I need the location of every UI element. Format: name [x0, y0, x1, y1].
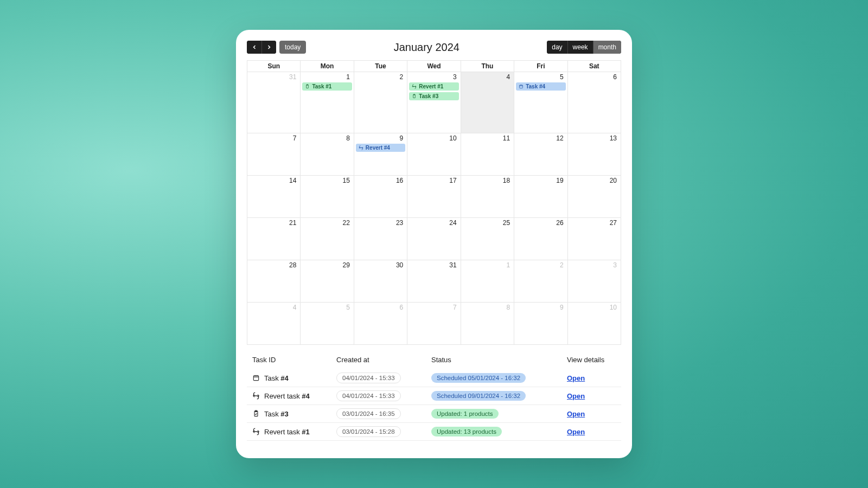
- calendar-day[interactable]: 20: [567, 176, 621, 218]
- day-number: 6: [356, 304, 405, 311]
- calendar-day[interactable]: 13: [567, 133, 621, 176]
- created-pill: 04/01/2024 - 15:33: [336, 390, 401, 401]
- clipboard-check-icon: [252, 410, 260, 418]
- prev-button[interactable]: [247, 41, 261, 54]
- calendar-day[interactable]: 5Task #4: [514, 72, 567, 133]
- revert-icon: [252, 392, 260, 400]
- dow-header-row: SunMonTueWedThuFriSat: [247, 61, 621, 72]
- calendar-day[interactable]: 10: [407, 133, 460, 176]
- calendar-weeks: 311Task #123Revert #1Task #345Task #4678…: [247, 72, 621, 345]
- day-number: 5: [516, 73, 565, 81]
- calendar-day[interactable]: 2: [514, 260, 567, 303]
- calendar-day[interactable]: 15: [300, 176, 353, 218]
- calendar-day[interactable]: 27: [567, 218, 621, 260]
- calendar-event[interactable]: Task #4: [516, 82, 565, 91]
- calendar-day[interactable]: 11: [461, 133, 514, 176]
- calendar-day[interactable]: 26: [514, 218, 567, 260]
- dow-cell: Mon: [300, 61, 353, 72]
- day-number: 16: [356, 177, 405, 184]
- status-pill: Updated: 1 products: [431, 409, 499, 419]
- calendar-event[interactable]: Revert #1: [409, 82, 458, 91]
- calendar-day[interactable]: 22: [300, 218, 353, 260]
- next-button[interactable]: [261, 41, 276, 54]
- chevron-left-icon: [251, 44, 258, 50]
- calendar-day[interactable]: 8: [300, 133, 353, 176]
- open-link[interactable]: Open: [567, 410, 585, 418]
- calendar-day[interactable]: 19: [514, 176, 567, 218]
- calendar-day[interactable]: 6: [354, 303, 407, 345]
- open-link[interactable]: Open: [567, 428, 585, 436]
- dow-cell: Sat: [567, 61, 621, 72]
- status-pill: Scheduled 05/01/2024 - 16:32: [431, 373, 526, 383]
- calendar-day[interactable]: 18: [461, 176, 514, 218]
- calendar-day[interactable]: 28: [247, 260, 300, 303]
- calendar-day[interactable]: 31: [407, 260, 460, 303]
- calendar-day[interactable]: 7: [247, 133, 300, 176]
- event-label: Revert #4: [366, 145, 390, 151]
- calendar-day[interactable]: 23: [354, 218, 407, 260]
- view-month-button[interactable]: month: [593, 41, 621, 54]
- calendar-event[interactable]: Task #1: [302, 82, 352, 91]
- day-number: 2: [516, 261, 565, 269]
- task-id-text: Task #4: [264, 374, 289, 382]
- calendar-day[interactable]: 6: [567, 72, 621, 133]
- calendar-day[interactable]: 29: [300, 260, 353, 303]
- calendar-day[interactable]: 17: [407, 176, 460, 218]
- calendar-week: 21222324252627: [247, 218, 621, 260]
- day-number: 15: [302, 177, 352, 184]
- day-number: 27: [570, 219, 619, 227]
- table-row: Revert task #103/01/2024 - 15:28Updated:…: [247, 423, 621, 441]
- revert-icon: [359, 145, 363, 150]
- view-week-button[interactable]: week: [567, 41, 593, 54]
- calendar-day[interactable]: 5: [300, 303, 353, 345]
- calendar-day[interactable]: 3Revert #1Task #3: [407, 72, 460, 133]
- day-number: 22: [302, 219, 352, 227]
- calendar-event[interactable]: Task #3: [409, 92, 458, 100]
- day-number: 13: [570, 134, 619, 142]
- calendar-day[interactable]: 16: [354, 176, 407, 218]
- calendar-day[interactable]: 1Task #1: [300, 72, 353, 133]
- svg-rect-4: [520, 85, 523, 88]
- day-number: 7: [409, 304, 458, 311]
- revert-icon: [412, 84, 417, 89]
- calendar-day[interactable]: 4: [461, 72, 514, 133]
- calendar-day[interactable]: 8: [461, 303, 514, 345]
- col-task-id: Task ID: [252, 356, 336, 364]
- calendar-day[interactable]: 9Revert #4: [354, 133, 407, 176]
- status-pill: Scheduled 09/01/2024 - 16:32: [431, 391, 526, 401]
- calendar-day[interactable]: 25: [461, 218, 514, 260]
- calendar-day[interactable]: 31: [247, 72, 300, 133]
- view-day-button[interactable]: day: [547, 41, 567, 54]
- col-created: Created at: [336, 356, 431, 364]
- day-number: 7: [249, 134, 298, 142]
- calendar-day[interactable]: 30: [354, 260, 407, 303]
- day-number: 3: [409, 73, 458, 81]
- calendar-day[interactable]: 21: [247, 218, 300, 260]
- day-number: 12: [516, 134, 565, 142]
- calendar-day[interactable]: 9: [514, 303, 567, 345]
- table-header: Task ID Created at Status View details: [247, 352, 621, 369]
- open-link[interactable]: Open: [567, 392, 585, 400]
- calendar-week: 45678910: [247, 303, 621, 345]
- dow-cell: Thu: [461, 61, 514, 72]
- calendar-day[interactable]: 12: [514, 133, 567, 176]
- dow-cell: Fri: [514, 61, 567, 72]
- calendar-day[interactable]: 24: [407, 218, 460, 260]
- calendar-day[interactable]: 7: [407, 303, 460, 345]
- calendar-day[interactable]: 4: [247, 303, 300, 345]
- calendar-day[interactable]: 10: [567, 303, 621, 345]
- clipboard-icon: [305, 84, 310, 89]
- day-number: 31: [409, 261, 458, 269]
- day-number: 4: [249, 304, 298, 311]
- calendar-day[interactable]: 1: [461, 260, 514, 303]
- day-number: 5: [302, 304, 352, 311]
- calendar-day[interactable]: 3: [567, 260, 621, 303]
- calendar-event[interactable]: Revert #4: [356, 144, 405, 152]
- day-number: 6: [570, 73, 619, 81]
- open-link[interactable]: Open: [567, 374, 585, 382]
- today-button[interactable]: today: [279, 41, 306, 54]
- calendar-day[interactable]: 14: [247, 176, 300, 218]
- chevron-right-icon: [266, 44, 272, 50]
- calendar-day[interactable]: 2: [354, 72, 407, 133]
- created-pill: 03/01/2024 - 15:28: [336, 426, 401, 437]
